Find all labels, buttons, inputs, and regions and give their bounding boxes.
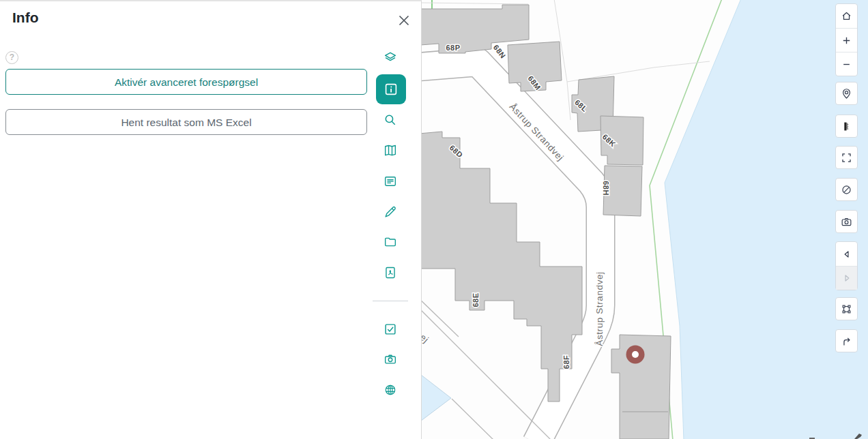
measure-ruler-icon[interactable] — [835, 115, 858, 138]
history-control-group — [835, 241, 858, 290]
checkbox-icon[interactable] — [383, 322, 398, 337]
history-back-icon[interactable] — [836, 242, 857, 266]
help-icon[interactable]: ? — [5, 51, 18, 64]
svg-text:68N: 68N — [492, 43, 508, 59]
globe-icon[interactable] — [383, 382, 398, 397]
svg-text:Åstrup Strandvej: Åstrup Strandvej — [594, 271, 605, 346]
home-icon[interactable] — [836, 4, 857, 28]
page-title: Info — [12, 10, 38, 26]
select-area-icon[interactable] — [835, 297, 858, 320]
svg-text:ej: ej — [422, 332, 431, 345]
draw-icon[interactable] — [383, 205, 398, 220]
export-excel-button[interactable]: Hent resultat som MS Excel — [5, 109, 367, 135]
camera-icon[interactable] — [383, 352, 398, 367]
svg-text:68F: 68F — [562, 355, 570, 369]
locate-pin-icon[interactable] — [835, 82, 858, 105]
layers-icon[interactable] — [383, 50, 398, 65]
tool-rail — [373, 1, 408, 439]
svg-text:68P: 68P — [446, 44, 460, 52]
history-forward-icon[interactable] — [836, 266, 857, 290]
search-icon[interactable] — [383, 112, 398, 127]
info-panel: Info ? Aktivér avanceret forespørgsel He… — [0, 0, 422, 439]
activate-advanced-query-button[interactable]: Aktivér avanceret forespørgsel — [5, 69, 367, 95]
basemap-svg: 68P 68N 68M 68L 68K 68H 68D 68E 68F Åstr… — [422, 0, 868, 439]
folder-icon[interactable] — [383, 234, 398, 249]
svg-text:68H: 68H — [602, 181, 610, 196]
rail-divider — [373, 301, 408, 301]
notes-icon[interactable] — [383, 174, 398, 189]
result-marker[interactable] — [626, 346, 645, 364]
zoom-in-icon[interactable] — [836, 28, 857, 52]
info-icon[interactable] — [376, 74, 406, 104]
map-icon[interactable] — [383, 143, 398, 158]
clear-slash-icon[interactable] — [835, 178, 858, 201]
map-canvas[interactable]: 68P 68N 68M 68L 68K 68H 68D 68E 68F Åstr… — [422, 0, 868, 439]
svg-text:68E: 68E — [472, 292, 480, 307]
gis-app: Info ? Aktivér avanceret forespørgsel He… — [0, 0, 868, 439]
pdf-icon[interactable] — [383, 265, 398, 280]
zoom-control-group — [835, 3, 858, 76]
building-68D-complex — [422, 132, 582, 402]
fullscreen-icon[interactable] — [835, 146, 858, 169]
screenshot-camera-icon[interactable] — [835, 210, 858, 233]
zoom-out-icon[interactable] — [836, 52, 857, 76]
turn-arrow-icon[interactable] — [835, 329, 858, 352]
water-pond — [422, 372, 451, 423]
